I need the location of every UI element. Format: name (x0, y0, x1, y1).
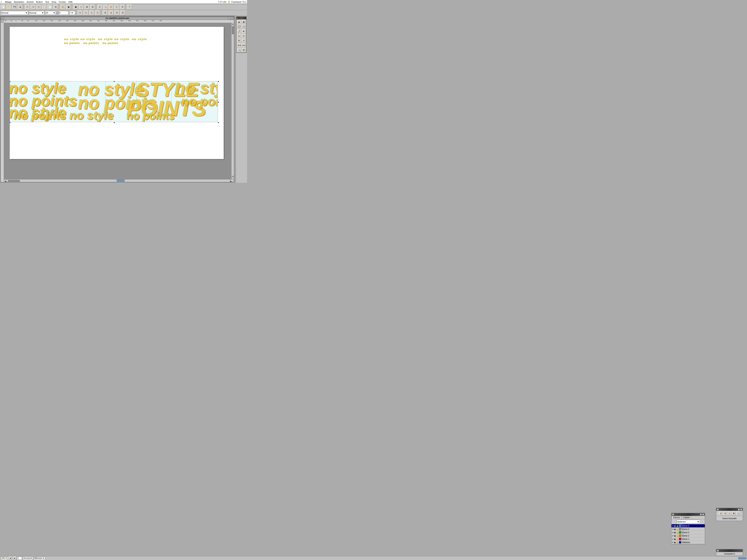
menu-hilfe[interactable]: Hilfe (68, 1, 73, 3)
new-button[interactable]: 📄 (1, 4, 6, 9)
menu-ansicht[interactable]: Ansicht (27, 1, 34, 3)
align-right-button[interactable]: ≡ (89, 10, 94, 16)
maximize-button[interactable]: + (231, 17, 233, 19)
menu-ablage[interactable]: Ablage (5, 1, 11, 3)
scrollbar-v-down[interactable]: ▼ (232, 176, 234, 179)
handle-bc[interactable] (113, 122, 115, 123)
menu-bar-right: 7:17 Uhr 🔋 FreeHand 7.0.1 (218, 1, 246, 3)
style-dropdown[interactable]: Normal ▼ (1, 11, 28, 15)
colors-button[interactable]: 🎨 (108, 4, 113, 9)
menu-bearbeiten[interactable]: Bearbeiten (14, 1, 24, 3)
close-button[interactable]: × (2, 17, 4, 19)
print-button[interactable]: 🖨 (18, 4, 23, 9)
scrollbar-h-left[interactable]: ◄ (4, 180, 8, 182)
font-dropdown[interactable]: Normal ▼ (29, 11, 44, 15)
copy-button[interactable]: 📋 (42, 4, 47, 9)
ruler-h-svg (4, 20, 234, 23)
text-style1-button[interactable]: A (103, 10, 108, 16)
document-title: no styleOno points.eps (106, 17, 129, 19)
duplicate-button[interactable]: ⧉ (53, 4, 58, 9)
help-button[interactable]: ? (127, 4, 132, 9)
info-button[interactable]: ℹ (97, 4, 102, 9)
page-text-small-2: no points no points no points (64, 42, 118, 45)
align-center-button[interactable]: ≡ (83, 10, 88, 16)
zoom-button[interactable]: 🔍 (103, 4, 108, 9)
scrollbar-v-thumb[interactable] (232, 26, 234, 34)
stroke-button[interactable]: ▦ (66, 4, 71, 9)
rotate-tool[interactable]: ↻ (237, 38, 241, 43)
undo-button[interactable]: ↩ (25, 4, 30, 9)
text-style4-button[interactable]: A (120, 10, 125, 16)
align-justify-button[interactable]: ≡ (95, 10, 100, 16)
scrollbar-v-up[interactable]: ▲ (232, 23, 234, 26)
skew-tool[interactable]: ⟸ (241, 43, 246, 48)
separator-7 (101, 11, 102, 15)
size-arrow: ▼ (53, 12, 55, 14)
app-name: FreeHand 7.0.1 (231, 1, 246, 3)
document-window: × no styleOno points.eps − + (0, 16, 234, 182)
menu-bar:  Ablage Bearbeiten Ansicht Ändern Text … (0, 0, 247, 4)
align-left-button[interactable]: ≡ (78, 10, 83, 16)
cut-button[interactable]: ✂ (36, 4, 41, 9)
size-dropdown[interactable]: 24 ▼ (45, 11, 56, 15)
ellipse-tool[interactable] (241, 25, 246, 29)
scrollbar-h-thumb[interactable] (8, 180, 20, 182)
redo-button[interactable]: ↪ (30, 4, 35, 9)
knife-tool[interactable]: ✂ (241, 34, 246, 38)
menu-text[interactable]: Text (45, 1, 49, 3)
canvas-scroll[interactable]: 80 40 0 40 80 120 160 200 240 280 320 36… (1, 20, 234, 182)
rect-tool[interactable] (237, 25, 241, 29)
scale-tool[interactable]: ⤢ (241, 38, 246, 43)
zoom-in-tool[interactable]: 🔍 (237, 48, 241, 52)
fill-button[interactable]: 🎨 (60, 4, 66, 9)
open-button[interactable]: 📂 (6, 4, 11, 9)
tracking-input[interactable]: 0 (59, 11, 69, 15)
transform-button[interactable]: ⟲ (120, 4, 125, 9)
text-style3-button[interactable]: A (114, 10, 120, 16)
join-button[interactable]: ⊞ (84, 4, 89, 9)
split-button[interactable]: ⊟ (90, 4, 95, 9)
menu-fenster[interactable]: Fenster (59, 1, 66, 3)
ruler-vertical: 7607206806406005605204804404003603202802… (1, 23, 4, 182)
zoom-out-tool[interactable]: ⊖ (241, 48, 246, 52)
collage-text-11: no points (127, 110, 175, 122)
minimize-button[interactable]: − (228, 17, 230, 19)
main-area: × no styleOno points.eps − + (0, 16, 247, 183)
tracking-icon: ↕ (57, 11, 58, 15)
toolbar-row2: Normal ▼ Normal ▼ 24 ▼ ↕ 0 + ▼ ≡ ≡ ≡ ≡ A… (0, 10, 247, 16)
handle-tr[interactable] (218, 81, 219, 82)
scrollbar-h-right[interactable]: ► (230, 180, 234, 182)
tracking-sign-dropdown[interactable]: + ▼ (69, 11, 75, 15)
bezier-tool[interactable]: ∿ (237, 34, 241, 38)
ruler-horizontal: 80 40 0 40 80 120 160 200 240 280 320 36… (4, 20, 234, 23)
page-canvas[interactable]: no style no style no style no style no s… (4, 23, 234, 182)
handle-tl[interactable] (9, 81, 10, 82)
select-tool[interactable]: ▲ (237, 20, 241, 24)
handle-tc[interactable] (113, 81, 115, 82)
ungroup-button[interactable]: □ (79, 4, 84, 9)
menu-xtras[interactable]: Xtras (51, 1, 56, 3)
group-button[interactable]: ▣ (73, 4, 78, 9)
save-button[interactable]: 💾 (12, 4, 17, 9)
document-titlebar: × no styleOno points.eps − + (1, 16, 234, 20)
handle-mr[interactable] (218, 102, 219, 103)
menu-andern[interactable]: Ändern (36, 1, 43, 3)
text-style2-button[interactable]: a (108, 10, 113, 16)
paste-button[interactable]: 📄 (48, 4, 53, 9)
battery-icon: 🔋 (228, 1, 230, 3)
line-tool[interactable]: ╱ (237, 29, 241, 33)
layers-button[interactable]: ≡ (114, 4, 119, 9)
tools-float-title: ● (237, 17, 238, 19)
collage-container: no style no points no style no style no … (10, 81, 218, 122)
separator-2 (59, 5, 59, 9)
text-tool[interactable]: A (241, 20, 246, 24)
scrollbar-vertical[interactable]: ▲ ▼ (231, 23, 234, 179)
size-value: 24 (46, 12, 48, 14)
reflect-tool[interactable]: ⟺ (237, 43, 241, 48)
handle-br[interactable] (218, 122, 219, 123)
pen-tool[interactable]: ✒ (241, 29, 246, 33)
scrollbar-horizontal[interactable]: ◄ ► (4, 179, 234, 182)
handle-bl[interactable] (9, 122, 10, 123)
collage-bg: no style no points no style no style no … (10, 81, 218, 122)
handle-ml[interactable] (9, 102, 10, 103)
